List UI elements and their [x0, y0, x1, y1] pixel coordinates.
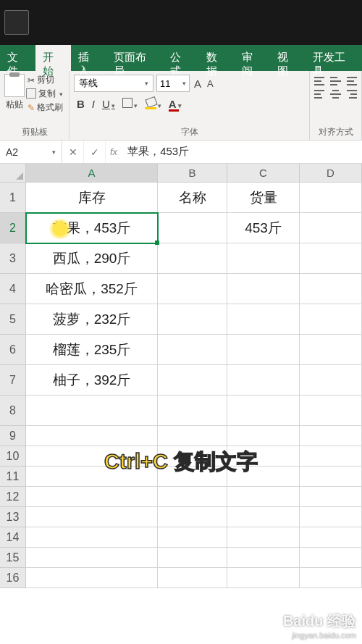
cell[interactable] [227, 568, 300, 588]
underline-button[interactable]: U▾ [102, 98, 115, 110]
col-header-A[interactable]: A [26, 164, 158, 183]
cell[interactable] [227, 467, 300, 487]
cell[interactable] [158, 548, 227, 568]
tab-developer[interactable]: 开发工具 [306, 45, 362, 71]
row-header[interactable]: 11 [0, 467, 26, 487]
cell[interactable] [26, 487, 158, 507]
cell[interactable] [26, 396, 158, 426]
cell[interactable] [227, 527, 300, 548]
font-size-select[interactable]: 11▾ [156, 75, 190, 92]
row-header[interactable]: 12 [0, 487, 26, 507]
cell-D4[interactable] [300, 274, 362, 304]
cell[interactable] [26, 467, 158, 487]
cell[interactable] [300, 548, 362, 568]
cut-button[interactable]: ✂剪切 [28, 74, 63, 86]
tab-insert[interactable]: 插入 [71, 45, 106, 71]
row-header[interactable]: 2 [0, 213, 26, 243]
formula-input[interactable]: 苹果，453斤 [122, 145, 362, 159]
cell-A3[interactable]: 西瓜，290斤 [26, 243, 158, 274]
cell-B2[interactable] [158, 213, 227, 243]
copy-button[interactable]: 复制▾ [28, 88, 63, 100]
row-header[interactable]: 14 [0, 527, 26, 548]
cell-D1[interactable] [300, 183, 362, 213]
cell[interactable] [227, 446, 300, 467]
cell[interactable] [26, 527, 158, 548]
align-left-button[interactable] [314, 90, 324, 99]
tab-view[interactable]: 视图 [270, 45, 306, 71]
cell-B3[interactable] [158, 243, 227, 274]
row-header[interactable]: 4 [0, 274, 26, 304]
tab-review[interactable]: 审阅 [235, 45, 270, 71]
cell[interactable] [300, 487, 362, 507]
cell[interactable] [158, 426, 227, 446]
cell[interactable] [158, 467, 227, 487]
collapse-ribbon-button[interactable] [4, 10, 29, 35]
cell[interactable] [227, 548, 300, 568]
cell-D3[interactable] [300, 243, 362, 274]
cell[interactable] [26, 568, 158, 588]
cell-C1[interactable]: 货量 [227, 183, 300, 213]
tab-page-layout[interactable]: 页面布局 [106, 45, 163, 71]
border-button[interactable]: ▾ [122, 98, 138, 110]
cell[interactable] [26, 548, 158, 568]
font-name-select[interactable]: 等线▾ [74, 75, 153, 92]
tab-file[interactable]: 文件 [0, 45, 35, 71]
align-center-button[interactable] [330, 90, 340, 99]
cell[interactable] [26, 426, 158, 446]
row-header[interactable]: 5 [0, 304, 26, 335]
cell-A1[interactable]: 库存 [26, 183, 158, 213]
cell[interactable] [300, 446, 362, 467]
cell[interactable] [158, 507, 227, 527]
align-middle-button[interactable] [330, 77, 340, 85]
row-header[interactable]: 10 [0, 446, 26, 467]
cell-A2[interactable]: 苹果，453斤 [26, 213, 158, 243]
cell-A5[interactable]: 菠萝，232斤 [26, 304, 158, 335]
decrease-font-button[interactable]: A [206, 78, 215, 89]
cell[interactable] [300, 467, 362, 487]
row-header[interactable]: 3 [0, 243, 26, 274]
cell[interactable] [26, 507, 158, 527]
font-color-button[interactable]: A▾ [169, 98, 182, 110]
row-header[interactable]: 16 [0, 568, 26, 588]
name-box[interactable]: A2▾ [0, 141, 62, 163]
row-header[interactable]: 7 [0, 365, 26, 396]
row-header[interactable]: 8 [0, 396, 26, 426]
cell-B7[interactable] [158, 365, 227, 396]
cell-D2[interactable] [300, 213, 362, 243]
align-right-button[interactable] [347, 90, 357, 99]
cell[interactable] [300, 527, 362, 548]
cell-B6[interactable] [158, 335, 227, 365]
tab-home[interactable]: 开始 [35, 45, 71, 71]
increase-font-button[interactable]: A [193, 78, 203, 90]
col-header-B[interactable]: B [158, 164, 227, 183]
cell-A6[interactable]: 榴莲，235斤 [26, 335, 158, 365]
select-all-corner[interactable] [0, 164, 26, 183]
cell[interactable] [227, 487, 300, 507]
align-bottom-button[interactable] [347, 77, 357, 85]
tab-data[interactable]: 数据 [199, 45, 235, 71]
cell-B1[interactable]: 名称 [158, 183, 227, 213]
cell-D6[interactable] [300, 335, 362, 365]
cell[interactable] [227, 396, 300, 426]
cell[interactable] [158, 568, 227, 588]
align-top-button[interactable] [314, 77, 324, 85]
cell-C7[interactable] [227, 365, 300, 396]
cell[interactable] [300, 568, 362, 588]
cell[interactable] [26, 446, 158, 467]
cell-D5[interactable] [300, 304, 362, 335]
cell-B4[interactable] [158, 274, 227, 304]
cell[interactable] [158, 446, 227, 467]
col-header-C[interactable]: C [227, 164, 300, 183]
cancel-formula-button[interactable]: ✕ [62, 141, 84, 163]
row-header[interactable]: 1 [0, 183, 26, 213]
tab-formulas[interactable]: 公式 [163, 45, 198, 71]
row-header[interactable]: 13 [0, 507, 26, 527]
cell[interactable] [158, 487, 227, 507]
fill-color-button[interactable]: ▾ [145, 98, 161, 110]
cell-C6[interactable] [227, 335, 300, 365]
bold-button[interactable]: B [77, 98, 85, 110]
cell[interactable] [227, 426, 300, 446]
cell-C5[interactable] [227, 304, 300, 335]
cell-B5[interactable] [158, 304, 227, 335]
cell-C3[interactable] [227, 243, 300, 274]
